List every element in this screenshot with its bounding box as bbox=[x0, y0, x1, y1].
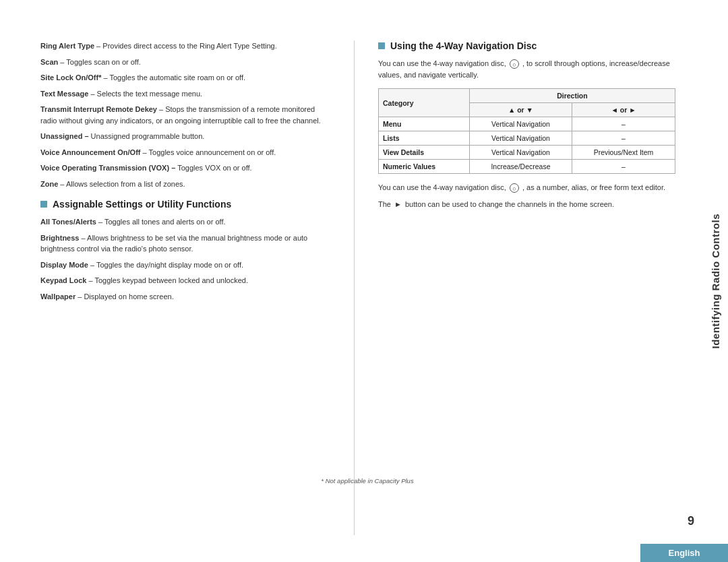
side-tab-text: Identifying Radio Controls bbox=[710, 214, 721, 349]
site-lock-text: – Toggles the automatic site roam on or … bbox=[101, 73, 245, 82]
voice-announcement-label: Voice Announcement On/Off bbox=[40, 148, 141, 156]
section-heading-icon bbox=[378, 42, 385, 49]
table-cell-menu-cat: Menu bbox=[379, 117, 470, 131]
navigation-table: Category Direction ▲ or ▼ ◄ or ► Menu Ve… bbox=[378, 88, 675, 174]
all-tones-label: All Tones/Alerts bbox=[40, 218, 96, 226]
table-cell-viewdetails-cat: View Details bbox=[379, 146, 470, 160]
section-heading-text: Using the 4-Way Navigation Disc bbox=[390, 40, 537, 51]
scan-label: Scan bbox=[40, 58, 58, 66]
intro-para: You can use the 4-way navigation disc, ○… bbox=[378, 58, 675, 80]
unassigned-text: Unassigned programmable button. bbox=[89, 132, 205, 140]
text-message-text: – Selects the text message menu. bbox=[88, 90, 202, 98]
display-mode-label: Display Mode bbox=[40, 261, 88, 269]
unassigned-item: Unassigned – Unassigned programmable but… bbox=[40, 131, 330, 142]
zone-text: – Allows selection from a list of zones. bbox=[58, 180, 185, 188]
display-mode-item: Display Mode – Toggles the day/night dis… bbox=[40, 259, 330, 271]
table-cell-numeric-col2: Increase/Decrease bbox=[469, 160, 572, 174]
zone-label: Zone bbox=[40, 180, 58, 188]
nav-disc-icon2: ○ bbox=[510, 183, 519, 193]
transmit-interrupt-label: Transmit Interrupt Remote Dekey bbox=[40, 105, 157, 113]
site-lock-item: Site Lock On/Off* – Toggles the automati… bbox=[40, 72, 330, 84]
table-cell-lists-cat: Lists bbox=[379, 131, 470, 146]
voice-announcement-item: Voice Announcement On/Off – Toggles voic… bbox=[40, 147, 330, 158]
left-column: Ring Alert Type – Provides direct access… bbox=[40, 40, 330, 535]
table-row: View Details Vertical Navigation Previou… bbox=[379, 146, 675, 160]
all-tones-text: – Toggles all tones and alerts on or off… bbox=[96, 218, 226, 226]
nav-disc-icon1: ○ bbox=[510, 59, 519, 69]
section-heading-container: Using the 4-Way Navigation Disc bbox=[378, 40, 675, 51]
brightness-label: Brightness bbox=[40, 234, 79, 242]
table-cell-menu-col2: Vertical Navigation bbox=[469, 117, 572, 131]
section2-heading-container: Assignable Settings or Utility Functions bbox=[40, 199, 330, 210]
display-mode-text: – Toggles the day/night display mode on … bbox=[88, 261, 243, 269]
section2-heading-text: Assignable Settings or Utility Functions bbox=[53, 199, 231, 210]
brightness-item: Brightness – Allows brightness to be set… bbox=[40, 232, 330, 255]
intro-text: You can use the 4-way navigation disc, bbox=[378, 59, 506, 67]
text-message-label: Text Message bbox=[40, 90, 88, 98]
table-category-header: Category bbox=[379, 89, 470, 117]
table-direction-header: Direction bbox=[469, 89, 675, 103]
vox-label: Voice Operating Transmission (VOX) – bbox=[40, 164, 175, 172]
table-cell-numeric-col3: – bbox=[572, 160, 675, 174]
wallpaper-item: Wallpaper – Displayed on home screen. bbox=[40, 291, 330, 303]
english-badge: English bbox=[640, 544, 728, 562]
table-updown-header: ▲ or ▼ bbox=[469, 103, 572, 117]
table-cell-menu-col3: – bbox=[572, 117, 675, 131]
table-leftright-header: ◄ or ► bbox=[572, 103, 675, 117]
side-tab: Identifying Radio Controls bbox=[702, 0, 728, 562]
page-container: Ring Alert Type – Provides direct access… bbox=[0, 0, 728, 562]
site-lock-label: Site Lock On/Off* bbox=[40, 73, 101, 82]
vox-item: Voice Operating Transmission (VOX) – Tog… bbox=[40, 162, 330, 174]
para3-end: button can be used to change the channel… bbox=[405, 200, 614, 208]
keypad-lock-text: – Toggles keypad between locked and unlo… bbox=[86, 276, 248, 284]
all-tones-item: All Tones/Alerts – Toggles all tones and… bbox=[40, 216, 330, 228]
table-cell-numeric-cat: Numeric Values bbox=[379, 160, 470, 174]
wallpaper-text: – Displayed on home screen. bbox=[75, 292, 174, 301]
ring-alert-item: Ring Alert Type – Provides direct access… bbox=[40, 40, 330, 52]
table-row: Lists Vertical Navigation – bbox=[379, 131, 675, 146]
keypad-lock-label: Keypad Lock bbox=[40, 276, 86, 284]
unassigned-label: Unassigned – bbox=[40, 132, 89, 140]
transmit-interrupt-item: Transmit Interrupt Remote Dekey – Stops … bbox=[40, 104, 330, 126]
table-cell-viewdetails-col3: Previous/Next Item bbox=[572, 146, 675, 160]
text-message-item: Text Message – Selects the text message … bbox=[40, 88, 330, 100]
page-number: 9 bbox=[688, 514, 694, 528]
column-divider bbox=[354, 40, 355, 535]
vox-text: Toggles VOX on or off. bbox=[175, 164, 251, 172]
para3-start: The bbox=[378, 200, 391, 208]
wallpaper-label: Wallpaper bbox=[40, 292, 75, 301]
table-row: Menu Vertical Navigation – bbox=[379, 117, 675, 131]
brightness-text: – Allows brightness to be set via the ma… bbox=[40, 234, 307, 253]
table-row: Numeric Values Increase/Decrease – bbox=[379, 160, 675, 174]
keypad-lock-item: Keypad Lock – Toggles keypad between loc… bbox=[40, 275, 330, 286]
zone-item: Zone – Allows selection from a list of z… bbox=[40, 179, 330, 190]
right-column: Using the 4-Way Navigation Disc You can … bbox=[378, 40, 675, 535]
para2-start: You can use the 4-way navigation disc, bbox=[378, 183, 506, 191]
scan-text: – Toggles scan on or off. bbox=[58, 58, 141, 66]
table-cell-lists-col3: – bbox=[572, 131, 675, 146]
para3-arrow-icon: ► bbox=[394, 200, 402, 208]
ring-alert-label: Ring Alert Type bbox=[40, 42, 94, 50]
section2-heading-icon bbox=[40, 201, 47, 208]
para2: You can use the 4-way navigation disc, ○… bbox=[378, 182, 675, 193]
para2-mid: , as a number, alias, or free form text … bbox=[522, 183, 665, 191]
scan-item: Scan – Toggles scan on or off. bbox=[40, 57, 330, 68]
para3: The ► button can be used to change the c… bbox=[378, 199, 675, 210]
ring-alert-text: – Provides direct access to the Ring Ale… bbox=[94, 42, 277, 50]
table-cell-lists-col2: Vertical Navigation bbox=[469, 131, 572, 146]
voice-announcement-text: – Toggles voice announcement on or off. bbox=[141, 148, 276, 156]
footnote: * Not applicable in Capacity Plus bbox=[40, 477, 694, 485]
table-cell-viewdetails-col2: Vertical Navigation bbox=[469, 146, 572, 160]
